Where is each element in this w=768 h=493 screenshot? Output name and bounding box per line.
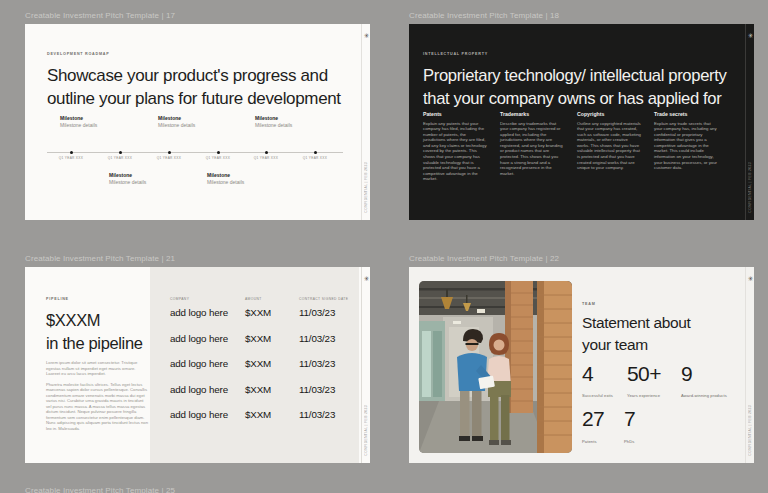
confidential-strip: ✳ CONFIDENTIAL | FEB 2023 bbox=[361, 267, 370, 463]
table-header-date: CONTRACT SIGNED DATE bbox=[299, 297, 348, 301]
column-heading: Patents bbox=[423, 111, 487, 117]
title-line-2: in the pipeline bbox=[46, 332, 143, 355]
column-body: Explain any patents that your company ha… bbox=[423, 121, 487, 183]
stat-label: Award-winning products bbox=[681, 393, 727, 398]
column-body: Outline any copyrighted materials that y… bbox=[577, 121, 641, 171]
pipeline-paragraph-1: Lorem ipsum dolor sit amet consectetur. … bbox=[46, 360, 149, 377]
slide-eyebrow: TEAM bbox=[582, 302, 595, 306]
milestone-item: Milestone Milestone details bbox=[255, 115, 325, 129]
deck-overview-canvas: Creatable Investment Pitch Template | 17… bbox=[0, 0, 768, 493]
timeline-dot bbox=[119, 151, 122, 154]
asterisk-icon: ✳ bbox=[746, 32, 754, 40]
slide-25-header: Creatable Investment Pitch Template | 25 bbox=[25, 486, 175, 493]
cell-company: add logo here bbox=[170, 384, 228, 395]
confidential-label: CONFIDENTIAL | FEB 2023 bbox=[364, 162, 368, 213]
cell-date: 11/03/23 bbox=[299, 358, 335, 369]
confidential-strip: ✳ CONFIDENTIAL | FEB 2023 bbox=[745, 24, 754, 220]
timeline-dot bbox=[168, 151, 171, 154]
stat-value: 7 bbox=[624, 407, 635, 431]
slide-22-header: Creatable Investment Pitch Template | 22 bbox=[409, 254, 559, 263]
table-header-amount: AMOUNT bbox=[245, 297, 262, 301]
stat-value: 50+ bbox=[627, 362, 661, 386]
slide-eyebrow: PIPELINE bbox=[46, 297, 69, 301]
milestone-details: Milestone details bbox=[255, 122, 325, 129]
cell-amount: $XXM bbox=[245, 409, 271, 420]
milestone-title: Milestone bbox=[109, 172, 179, 179]
timeline-line bbox=[47, 152, 343, 153]
title-line-1: $XXXM bbox=[46, 309, 143, 332]
timeline-dot bbox=[314, 151, 317, 154]
milestone-details: Milestone details bbox=[60, 122, 130, 129]
slide-title: Showcase your product's progress and out… bbox=[47, 64, 341, 110]
cell-date: 11/03/23 bbox=[299, 384, 335, 395]
milestone-details: Milestone details bbox=[207, 179, 277, 186]
stat-label: Patents bbox=[582, 439, 597, 444]
cell-date: 11/03/23 bbox=[299, 307, 335, 318]
cell-company: add logo here bbox=[170, 409, 228, 420]
title-line-1: Statement about bbox=[582, 312, 691, 334]
timeline-dot bbox=[217, 151, 220, 154]
cell-company: add logo here bbox=[170, 333, 228, 344]
milestone-title: Milestone bbox=[60, 115, 130, 122]
slide-21-header: Creatable Investment Pitch Template | 21 bbox=[25, 254, 175, 263]
ip-column-trade-secrets: Trade secrets Explain any trade secrets … bbox=[654, 111, 718, 171]
timeline-dot bbox=[70, 151, 73, 154]
timeline-tick: Q1 YEAR XXX bbox=[298, 156, 332, 160]
confidential-strip: ✳ CONFIDENTIAL | FEB 2023 bbox=[361, 24, 370, 220]
cell-amount: $XXM bbox=[245, 384, 271, 395]
confidential-label: CONFIDENTIAL | FEB 2023 bbox=[364, 405, 368, 456]
stat-label: Successful exits bbox=[582, 393, 613, 398]
confidential-strip: ✳ CONFIDENTIAL | FEB 2023 bbox=[745, 267, 754, 463]
column-body: Explain any trade secrets that your comp… bbox=[654, 121, 718, 171]
slide-title: Proprietary technology/ intellectual pro… bbox=[423, 64, 726, 110]
milestone-item: Milestone Milestone details bbox=[207, 172, 277, 186]
milestone-item: Milestone Milestone details bbox=[60, 115, 130, 129]
asterisk-icon: ✳ bbox=[362, 32, 370, 40]
title-line-1: Showcase your product's progress and bbox=[47, 64, 341, 87]
column-body: Describe any trademarks that your compan… bbox=[500, 121, 564, 177]
slide-eyebrow: INTELLECTUAL PROPERTY bbox=[423, 52, 488, 56]
timeline-tick: Q1 YEAR XXX bbox=[249, 156, 283, 160]
slide-eyebrow: DEVELOPMENT ROADMAP bbox=[47, 52, 109, 56]
stat-value: 4 bbox=[582, 362, 593, 386]
milestone-item: Milestone Milestone details bbox=[109, 172, 179, 186]
cell-company: add logo here bbox=[170, 358, 228, 369]
cell-date: 11/03/23 bbox=[299, 409, 335, 420]
milestone-details: Milestone details bbox=[109, 179, 179, 186]
slide-18-intellectual-property[interactable]: INTELLECTUAL PROPERTY Proprietary techno… bbox=[409, 24, 754, 220]
asterisk-icon: ✳ bbox=[746, 275, 754, 283]
cell-company: add logo here bbox=[170, 307, 228, 318]
ip-column-trademarks: Trademarks Describe any trademarks that … bbox=[500, 111, 564, 176]
title-line-2: outline your plans for future developmen… bbox=[47, 87, 341, 110]
timeline-tick: Q1 YEAR XXX bbox=[201, 156, 235, 160]
timeline-dot bbox=[265, 151, 268, 154]
slide-22-team[interactable]: TEAM Statement about your team 4 50+ 9 S… bbox=[409, 267, 754, 463]
stat-label: Years experience bbox=[627, 393, 660, 398]
slide-17-roadmap[interactable]: DEVELOPMENT ROADMAP Showcase your produc… bbox=[25, 24, 370, 220]
title-line-2: that your company owns or has applied fo… bbox=[423, 87, 726, 110]
cell-amount: $XXM bbox=[245, 358, 271, 369]
milestone-title: Milestone bbox=[158, 115, 228, 122]
team-photo-illustration bbox=[419, 281, 572, 453]
title-line-2: your team bbox=[582, 334, 691, 356]
slide-title: $XXXM in the pipeline bbox=[46, 309, 143, 355]
milestone-item: Milestone Milestone details bbox=[158, 115, 228, 129]
confidential-label: CONFIDENTIAL | FEB 2023 bbox=[748, 162, 752, 213]
slide-18-header: Creatable Investment Pitch Template | 18 bbox=[409, 11, 559, 20]
title-line-1: Proprietary technology/ intellectual pro… bbox=[423, 64, 726, 87]
stat-value: 9 bbox=[681, 362, 692, 386]
milestone-title: Milestone bbox=[255, 115, 325, 122]
cell-amount: $XXM bbox=[245, 307, 271, 318]
column-heading: Trademarks bbox=[500, 111, 564, 117]
slide-21-pipeline[interactable]: PIPELINE $XXXM in the pipeline Lorem ips… bbox=[25, 267, 370, 463]
timeline-tick: Q1 YEAR XXX bbox=[54, 156, 88, 160]
timeline-tick: Q1 YEAR XXX bbox=[152, 156, 186, 160]
pipeline-paragraph-2: Pharetra molestie facilisis ultrices. Te… bbox=[46, 382, 149, 432]
slide-title: Statement about your team bbox=[582, 312, 691, 356]
ip-column-patents: Patents Explain any patents that your co… bbox=[423, 111, 487, 182]
stat-label: PhDs bbox=[624, 439, 634, 444]
milestone-title: Milestone bbox=[207, 172, 277, 179]
ip-column-copyrights: Copyrights Outline any copyrighted mater… bbox=[577, 111, 641, 171]
stat-value: 27 bbox=[582, 407, 604, 431]
team-photo bbox=[419, 281, 572, 453]
